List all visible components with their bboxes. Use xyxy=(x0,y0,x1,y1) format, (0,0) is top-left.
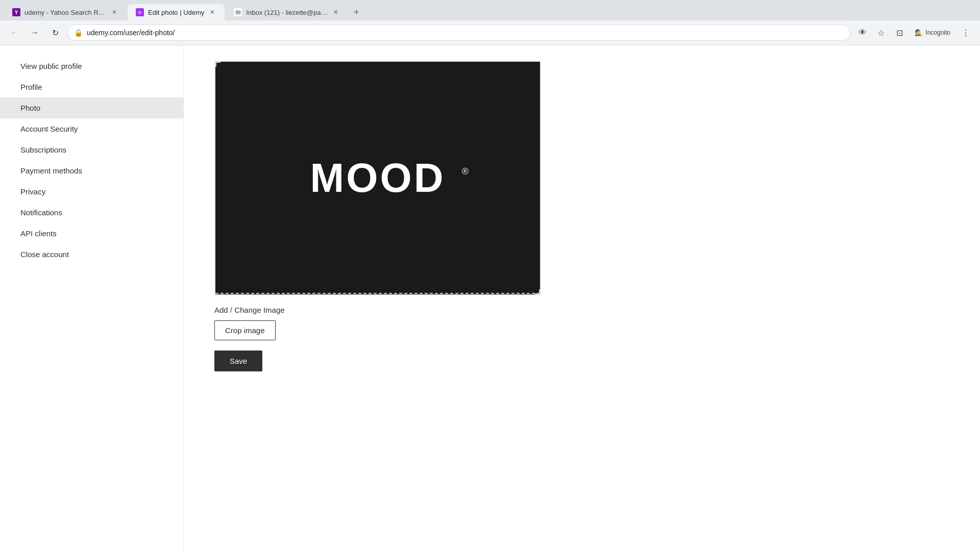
crop-handle-tl xyxy=(215,62,220,67)
address-text: udemy.com/user/edit-photo/ xyxy=(87,29,844,37)
image-display: MOOD ® xyxy=(215,62,540,294)
sidebar-item-view-public-profile[interactable]: View public profile xyxy=(0,56,183,77)
lock-icon: 🔒 xyxy=(74,29,83,37)
crop-image-button[interactable]: Crop image xyxy=(214,320,276,340)
crop-dashed-line xyxy=(215,293,540,294)
sidebar-item-account-security[interactable]: Account Security xyxy=(0,118,183,139)
yahoo-favicon: Y xyxy=(12,8,20,16)
sidebar-item-notifications[interactable]: Notifications xyxy=(0,202,183,223)
address-bar[interactable]: 🔒 udemy.com/user/edit-photo/ xyxy=(67,24,850,41)
back-button[interactable]: ← xyxy=(6,24,22,41)
incognito-label: Incognito xyxy=(925,29,950,36)
tab-udemy-close[interactable]: ✕ xyxy=(208,8,216,16)
extension-icon[interactable]: ⊡ xyxy=(891,24,908,41)
tab-yahoo-title: udemy - Yahoo Search Results xyxy=(24,9,106,16)
sidebar-item-privacy[interactable]: Privacy xyxy=(0,181,183,202)
browser-chrome: Y udemy - Yahoo Search Results ✕ U Edit … xyxy=(0,0,980,45)
main-content: MOOD ® Add / Change Image Crop image Sav… xyxy=(184,45,980,551)
eye-slash-icon[interactable]: 👁 xyxy=(854,24,871,41)
tab-bar: Y udemy - Yahoo Search Results ✕ U Edit … xyxy=(0,0,980,20)
sidebar-item-subscriptions[interactable]: Subscriptions xyxy=(0,139,183,160)
incognito-icon: 🕵 xyxy=(915,29,922,36)
image-crop-container: MOOD ® xyxy=(214,61,541,295)
sidebar-item-payment-methods[interactable]: Payment methods xyxy=(0,160,183,181)
nav-bar: ← → ↻ 🔒 udemy.com/user/edit-photo/ 👁 ☆ ⊡… xyxy=(0,20,980,45)
incognito-badge: 🕵 Incognito xyxy=(910,27,955,38)
save-button[interactable]: Save xyxy=(214,350,262,371)
tab-yahoo[interactable]: Y udemy - Yahoo Search Results ✕ xyxy=(4,4,127,20)
new-tab-button[interactable]: + xyxy=(349,5,363,19)
tab-udemy[interactable]: U Edit photo | Udemy ✕ xyxy=(128,4,225,20)
reload-button[interactable]: ↻ xyxy=(47,24,63,41)
sidebar: View public profileProfilePhotoAccount S… xyxy=(0,45,184,551)
section-label: Add / Change Image xyxy=(214,306,949,314)
tab-gmail-title: Inbox (121) - liezette@pageflow... xyxy=(246,9,328,16)
tab-udemy-title: Edit photo | Udemy xyxy=(148,9,204,16)
sidebar-item-close-account[interactable]: Close account xyxy=(0,244,183,265)
tab-yahoo-close[interactable]: ✕ xyxy=(110,8,118,16)
gmail-favicon: ✉ xyxy=(234,8,242,16)
page-layout: View public profileProfilePhotoAccount S… xyxy=(0,45,980,551)
mood-image-text: MOOD xyxy=(310,155,446,202)
menu-button[interactable]: ⋮ xyxy=(958,24,974,41)
sidebar-item-photo[interactable]: Photo xyxy=(0,97,183,118)
tab-gmail[interactable]: ✉ Inbox (121) - liezette@pageflow... ✕ xyxy=(226,4,348,20)
nav-actions: 👁 ☆ ⊡ 🕵 Incognito ⋮ xyxy=(854,24,974,41)
sidebar-item-profile[interactable]: Profile xyxy=(0,77,183,97)
bookmark-icon[interactable]: ☆ xyxy=(873,24,889,41)
tab-gmail-close[interactable]: ✕ xyxy=(332,8,340,16)
sidebar-item-api-clients[interactable]: API clients xyxy=(0,223,183,244)
crop-handle-br xyxy=(535,289,540,294)
udemy-favicon: U xyxy=(136,8,144,16)
mood-trademark: ® xyxy=(462,166,469,177)
forward-button[interactable]: → xyxy=(27,24,43,41)
